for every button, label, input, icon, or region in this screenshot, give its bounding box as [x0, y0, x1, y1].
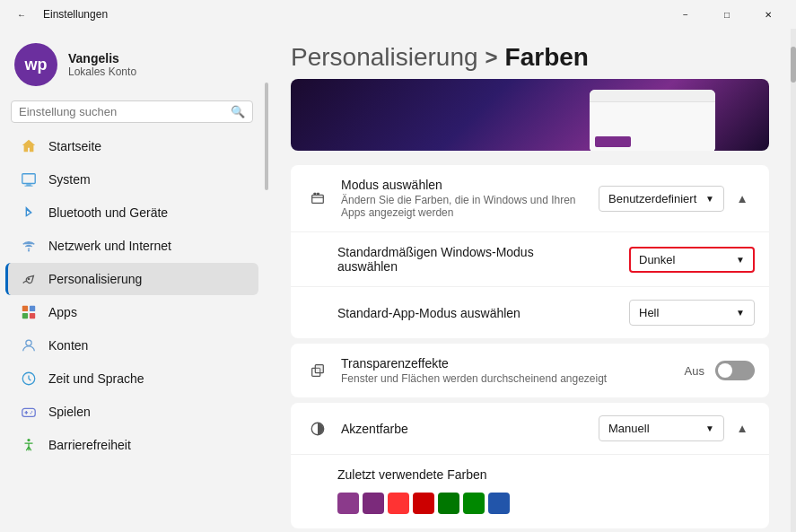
- sidebar-item-konten[interactable]: Konten: [5, 329, 258, 362]
- swatch-3[interactable]: [388, 493, 409, 514]
- app-modus-value: Hell: [639, 306, 730, 319]
- home-icon: [20, 137, 38, 155]
- settings-area: Modus auswählen Ändern Sie die Farben, d…: [291, 165, 769, 532]
- app-modus-control: Hell ▼: [629, 300, 755, 326]
- sidebar-item-label: Konten: [48, 338, 88, 353]
- akzent-text: Akzentfarbe: [341, 422, 599, 436]
- modus-dropdown[interactable]: Benutzerdefiniert ▼: [599, 186, 724, 212]
- svg-rect-10: [22, 408, 35, 416]
- wifi-icon: [20, 237, 38, 255]
- sidebar-item-apps[interactable]: Apps: [5, 296, 258, 328]
- chevron-down-icon: ▼: [736, 255, 745, 265]
- preview-content: [590, 102, 715, 151]
- akzent-collapse-button[interactable]: ▲: [730, 416, 755, 441]
- app-body: wp Vangelis Lokales Konto 🔍 Startsei: [0, 29, 796, 532]
- sidebar-item-label: Spielen: [48, 405, 91, 419]
- maximize-button[interactable]: □: [706, 0, 748, 29]
- system-icon: [20, 170, 38, 188]
- svg-point-11: [31, 411, 32, 412]
- sidebar-item-label: Personalisierung: [48, 272, 142, 286]
- svg-rect-6: [22, 313, 28, 318]
- preview-top-bar: [590, 90, 715, 102]
- svg-rect-14: [312, 195, 324, 203]
- modus-label: Modus auswählen: [341, 178, 599, 192]
- person-icon: [20, 336, 38, 354]
- swatch-6[interactable]: [463, 493, 485, 514]
- swatch-4[interactable]: [413, 493, 434, 514]
- modus-collapse-button[interactable]: ▲: [730, 186, 755, 211]
- modus-row: Modus auswählen Ändern Sie die Farben, d…: [291, 165, 769, 232]
- sidebar-item-label: Apps: [48, 305, 77, 319]
- transparenz-sub: Fenster und Flächen werden durchscheinen…: [341, 372, 685, 385]
- back-button[interactable]: ←: [7, 0, 36, 29]
- clock-icon: [20, 370, 38, 388]
- svg-rect-2: [25, 186, 33, 187]
- swatch-1[interactable]: [337, 493, 359, 514]
- chevron-down-icon: ▼: [705, 423, 714, 433]
- breadcrumb: Personalisierung > Farben: [269, 29, 791, 79]
- apps-icon: [20, 303, 38, 321]
- preview-image: [291, 79, 769, 151]
- app-modus-text: Standard-App-Modus auswählen: [337, 306, 629, 320]
- windows-modus-control: Dunkel ▼: [629, 247, 755, 273]
- close-button[interactable]: ✕: [748, 0, 789, 29]
- search-box[interactable]: 🔍: [11, 100, 253, 123]
- nav-list: Startseite System Bluetooth und Geräte: [0, 130, 264, 461]
- chevron-up-icon: ▲: [736, 422, 748, 435]
- sidebar-item-barrierefreiheit[interactable]: Barrierefreiheit: [5, 429, 258, 461]
- sidebar-item-label: Startseite: [48, 139, 101, 153]
- svg-point-3: [28, 278, 31, 281]
- transparenz-card: Transparenzeffekte Fenster und Flächen w…: [291, 344, 769, 397]
- akzent-row: Akzentfarbe Manuell ▼ ▲: [291, 403, 769, 455]
- akzent-dropdown[interactable]: Manuell ▼: [599, 415, 724, 441]
- toggle-knob: [718, 363, 732, 378]
- transparenz-toggle[interactable]: [715, 361, 755, 380]
- app-modus-label: Standard-App-Modus auswählen: [337, 306, 629, 320]
- sidebar-item-label: Barrierefreiheit: [48, 438, 131, 452]
- transparenz-label: Transparenzeffekte: [341, 356, 685, 371]
- preview-button: [595, 136, 631, 147]
- sidebar-item-startseite[interactable]: Startseite: [5, 130, 258, 162]
- svg-rect-1: [26, 184, 31, 185]
- user-name: Vangelis: [68, 51, 136, 65]
- zuletzt-farben-row: Zuletzt verwendete Farben: [291, 455, 769, 528]
- search-icon: 🔍: [231, 105, 245, 118]
- windows-modus-label: Standardmäßigen Windows-Modus auswählen: [337, 245, 629, 274]
- swatch-2[interactable]: [363, 493, 384, 514]
- akzent-icon: [305, 421, 330, 437]
- windows-modus-dropdown[interactable]: Dunkel ▼: [629, 247, 755, 273]
- modus-text: Modus auswählen Ändern Sie die Farben, d…: [341, 178, 599, 219]
- svg-rect-16: [317, 193, 319, 196]
- sidebar-item-spielen[interactable]: Spielen: [5, 396, 258, 428]
- windows-modus-text: Standardmäßigen Windows-Modus auswählen: [337, 245, 629, 274]
- sidebar-item-personalisierung[interactable]: Personalisierung: [5, 263, 258, 295]
- svg-rect-15: [314, 193, 317, 196]
- main-scrollbar-thumb[interactable]: [791, 47, 796, 83]
- sidebar-item-zeit[interactable]: Zeit und Sprache: [5, 362, 258, 395]
- sidebar-item-bluetooth[interactable]: Bluetooth und Geräte: [5, 196, 258, 229]
- transparenz-control: Aus: [685, 361, 755, 380]
- sidebar: wp Vangelis Lokales Konto 🔍 Startsei: [0, 29, 264, 532]
- preview-window: [590, 90, 715, 151]
- swatch-7[interactable]: [488, 493, 510, 514]
- akzent-value: Manuell: [608, 422, 700, 435]
- modus-control: Benutzerdefiniert ▼ ▲: [599, 186, 755, 212]
- avatar: wp: [14, 43, 57, 86]
- main-scrollbar-track: [791, 29, 796, 532]
- breadcrumb-parent: Personalisierung: [291, 43, 478, 72]
- minimize-button[interactable]: −: [665, 0, 706, 29]
- modus-sub: Ändern Sie die Farben, die in Windows un…: [341, 194, 599, 219]
- accessibility-icon: [20, 436, 38, 454]
- app-modus-dropdown[interactable]: Hell ▼: [629, 300, 755, 326]
- sidebar-scrollbar-thumb[interactable]: [265, 83, 268, 190]
- sidebar-scrollbar-track: [264, 29, 269, 532]
- user-profile[interactable]: wp Vangelis Lokales Konto: [0, 29, 264, 97]
- search-input[interactable]: [19, 105, 225, 118]
- zuletzt-label: Zuletzt verwendete Farben: [337, 467, 487, 482]
- svg-rect-7: [30, 313, 35, 318]
- swatch-5[interactable]: [438, 493, 459, 514]
- sidebar-item-system[interactable]: System: [5, 163, 258, 196]
- palette-icon: [305, 190, 330, 206]
- sidebar-item-netzwerk[interactable]: Netzwerk und Internet: [5, 230, 258, 262]
- svg-point-13: [27, 439, 30, 441]
